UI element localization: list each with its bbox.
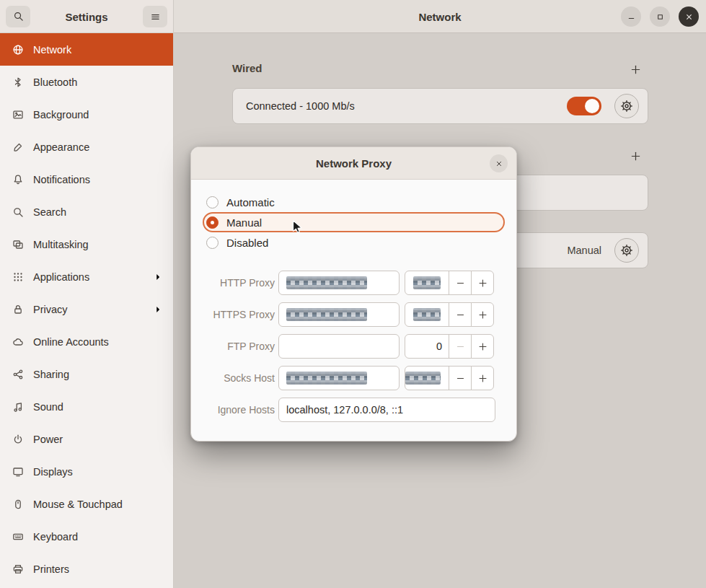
applications-icon [12, 271, 24, 283]
sidebar-item-label: Printers [33, 563, 69, 575]
sidebar-item-label: Multitasking [33, 239, 89, 250]
ignore-hosts-label: Ignore Hosts [191, 404, 275, 416]
socks-host-port-spinner [405, 366, 494, 390]
redacted-port [413, 276, 441, 289]
sidebar-item-network[interactable]: Network [0, 33, 173, 66]
sidebar-item-privacy[interactable]: Privacy [0, 293, 173, 325]
plus-icon [478, 342, 487, 351]
add-vpn-button[interactable] [625, 145, 646, 167]
sidebar-item-appearance[interactable]: Appearance [0, 131, 173, 163]
port-value[interactable] [405, 302, 449, 327]
port-value[interactable]: 0 [405, 334, 449, 359]
sidebar-item-online-accounts[interactable]: Online Accounts [0, 325, 173, 358]
proxy-field-row-socks-host: Socks Host [191, 366, 516, 390]
port-value[interactable] [405, 271, 449, 295]
increment-button[interactable] [471, 302, 494, 327]
maximize-button[interactable] [650, 6, 670, 27]
minimize-button[interactable] [621, 6, 641, 27]
window-close-button[interactable] [679, 6, 699, 27]
proxy-method-options: AutomaticManualDisabled [203, 192, 505, 253]
radio-manual[interactable] [206, 216, 219, 229]
increment-button[interactable] [471, 271, 494, 295]
proxy-method-option-automatic[interactable]: Automatic [203, 192, 505, 212]
ignore-hosts-row: Ignore Hosts localhost, 127.0.0.0/8, ::1 [191, 398, 516, 422]
plus-icon [630, 64, 641, 75]
sidebar-item-displays[interactable]: Displays [0, 455, 173, 488]
redacted-value [286, 276, 367, 289]
search-button[interactable] [6, 6, 30, 27]
field-label: HTTPS Proxy [191, 309, 275, 320]
chevron-right-icon [153, 272, 163, 282]
mouse-cursor [290, 219, 306, 234]
notifications-icon [12, 174, 24, 185]
search-icon [13, 11, 24, 22]
sidebar-item-multitasking[interactable]: Multitasking [0, 228, 173, 260]
wired-toggle[interactable] [567, 97, 601, 115]
increment-button[interactable] [471, 334, 494, 359]
plus-icon [478, 278, 487, 288]
decrement-button[interactable] [449, 271, 472, 295]
sidebar-item-sharing[interactable]: Sharing [0, 358, 173, 390]
proxy-method-option-disabled[interactable]: Disabled [203, 232, 505, 253]
background-icon [12, 109, 24, 120]
ignore-hosts-input[interactable]: localhost, 127.0.0.0/8, ::1 [278, 398, 495, 422]
minimize-icon [627, 12, 636, 22]
sidebar-item-power[interactable]: Power [0, 423, 173, 455]
radio-option-label: Manual [226, 216, 262, 229]
field-label: FTP Proxy [191, 341, 275, 352]
sidebar-item-keyboard[interactable]: Keyboard [0, 520, 173, 553]
plus-icon [478, 310, 487, 320]
sidebar-item-label: Power [33, 434, 63, 445]
proxy-settings-button[interactable] [614, 238, 639, 263]
menu-button[interactable] [143, 6, 167, 27]
menu-icon [150, 12, 161, 22]
sidebar-item-label: Applications [33, 271, 89, 283]
close-icon [495, 159, 503, 168]
sidebar-item-search[interactable]: Search [0, 196, 173, 228]
settings-window: Settings Network NetworkBluetoothBackgro… [0, 0, 706, 588]
sidebar-item-sound[interactable]: Sound [0, 390, 173, 423]
sidebar-item-bluetooth[interactable]: Bluetooth [0, 66, 173, 98]
proxy-method-option-manual[interactable]: Manual [203, 212, 505, 232]
https-proxy-port-spinner [405, 302, 494, 327]
main-headerbar: Network [174, 0, 706, 33]
field-label: Socks Host [191, 372, 275, 384]
socks-host-input[interactable] [278, 366, 400, 390]
field-label: HTTP Proxy [191, 277, 275, 289]
network-proxy-dialog: Network Proxy AutomaticManualDisabled HT… [190, 146, 517, 442]
decrement-button[interactable] [449, 302, 472, 327]
proxy-field-row-http-proxy: HTTP Proxy [191, 271, 516, 295]
minus-icon [456, 310, 465, 320]
add-wired-button[interactable] [625, 58, 646, 80]
sidebar-item-background[interactable]: Background [0, 98, 173, 131]
sidebar-item-label: Network [33, 44, 71, 56]
http-proxy-input[interactable] [278, 271, 400, 295]
port-value[interactable] [405, 366, 449, 390]
increment-button[interactable] [471, 366, 494, 390]
close-icon [684, 12, 694, 22]
radio-disabled[interactable] [206, 237, 219, 249]
wired-settings-button[interactable] [614, 94, 639, 118]
https-proxy-input[interactable] [278, 302, 400, 327]
gear-icon [620, 100, 633, 113]
sidebar-item-label: Sound [33, 401, 63, 413]
page-title: Network [418, 10, 461, 22]
minus-icon [456, 278, 465, 288]
ftp-proxy-input[interactable] [278, 334, 400, 359]
bluetooth-icon [12, 76, 24, 88]
sidebar-item-label: Sharing [33, 369, 69, 380]
sidebar-item-applications[interactable]: Applications [0, 260, 173, 293]
sidebar-item-notifications[interactable]: Notifications [0, 163, 173, 196]
toggle-knob [585, 99, 599, 113]
sidebar-item-label: Displays [33, 466, 73, 478]
keyboard-icon [12, 531, 24, 543]
decrement-button[interactable] [449, 334, 472, 359]
radio-automatic[interactable] [206, 196, 219, 209]
sidebar-item-printers[interactable]: Printers [0, 553, 173, 585]
printers-icon [12, 563, 24, 575]
sidebar-item-label: Notifications [33, 174, 90, 185]
decrement-button[interactable] [449, 366, 472, 390]
sidebar-item-mouse-touchpad[interactable]: Mouse & Touchpad [0, 488, 173, 520]
dialog-close-button[interactable] [490, 154, 508, 172]
sharing-icon [12, 369, 24, 380]
